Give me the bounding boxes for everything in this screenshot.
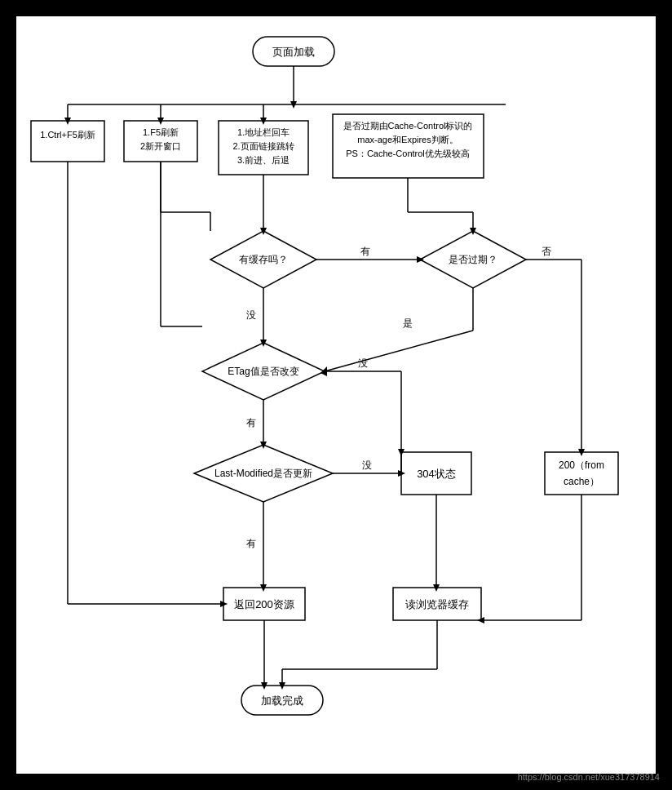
is-expired-label: 是否过期？ (449, 254, 497, 265)
last-modified-no-label: 没 (362, 459, 372, 471)
status-304-label: 304状态 (417, 468, 456, 480)
svg-rect-7 (545, 452, 618, 495)
f5-refresh-label: 1.F5刷新 (143, 127, 179, 137)
cache-control-note1: 是否过期由Cache-Control标识的 (343, 121, 473, 131)
flowchart-svg: 页面加载 1.Ctrl+F5刷新 1.F5刷新 2新开窗口 1.地址栏回车 2.… (0, 0, 672, 790)
last-modified-label: Last-Modified是否更新 (214, 468, 312, 479)
end-label: 加载完成 (261, 695, 303, 707)
diagram-container: 页面加载 1.Ctrl+F5刷新 1.F5刷新 2新开窗口 1.地址栏回车 2.… (0, 0, 672, 790)
etag-changed-label: 有 (246, 417, 256, 428)
read-browser-cache-label: 读浏览器缓存 (405, 598, 469, 610)
address-bar-label2: 2.页面链接跳转 (232, 141, 294, 151)
address-bar-label3: 3.前进、后退 (237, 155, 290, 165)
etag-label: ETag值是否改变 (228, 366, 298, 377)
ctrl-f5-label: 1.Ctrl+F5刷新 (40, 130, 95, 140)
cache-control-note3: PS：Cache-Control优先级较高 (346, 149, 470, 158)
has-cache-yes-label: 有 (360, 246, 370, 257)
status-200-cache-label2: cache） (564, 476, 599, 487)
has-cache-label: 有缓存吗？ (239, 254, 288, 265)
address-bar-label1: 1.地址栏回车 (237, 127, 290, 137)
cache-control-note2: max-age和Expires判断。 (357, 135, 458, 144)
etag-no-change-label: 没 (358, 357, 368, 369)
start-label: 页面加载 (272, 46, 315, 58)
expired-yes-label: 是 (403, 317, 413, 329)
last-modified-yes-label: 有 (246, 538, 256, 549)
return-200-label: 返回200资源 (234, 598, 294, 610)
not-expired-label: 否 (542, 246, 551, 257)
svg-rect-2 (31, 121, 104, 162)
status-200-cache-label1: 200（from (559, 459, 604, 471)
f5-new-window-label: 2新开窗口 (140, 141, 181, 151)
url-text: https://blog.csdn.net/xue317378914 (518, 772, 660, 782)
no-cache-label: 没 (246, 309, 256, 321)
